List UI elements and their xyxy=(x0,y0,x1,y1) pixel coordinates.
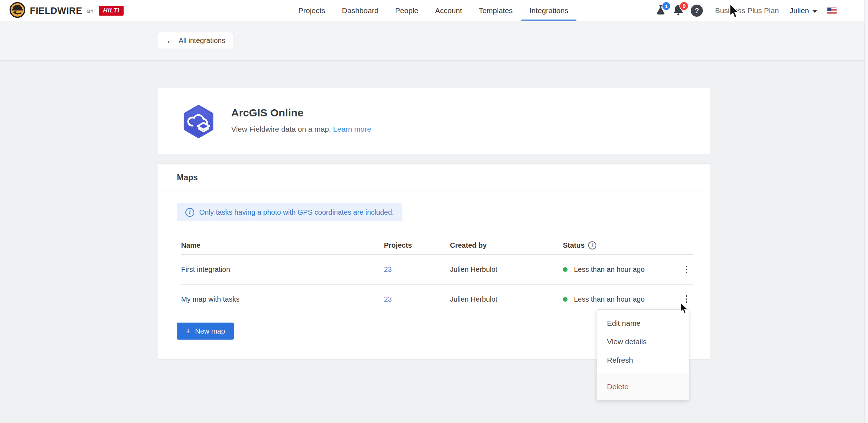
status-text: Less than an hour ago xyxy=(574,265,645,274)
chevron-down-icon xyxy=(812,10,817,13)
new-map-button[interactable]: + New map xyxy=(177,323,234,340)
menu-item-view-details[interactable]: View details xyxy=(597,333,689,351)
brand-name: FIELDWIRE xyxy=(30,5,82,16)
status-cell: Less than an hour ago xyxy=(563,295,680,303)
tab-projects[interactable]: Projects xyxy=(298,0,325,21)
maps-table: Name Projects Created by Status i First … xyxy=(181,236,693,314)
integration-title: ArcGIS Online xyxy=(231,107,303,119)
main-nav: Projects Dashboard People Account Templa… xyxy=(298,0,568,21)
notifications-button[interactable]: 9 xyxy=(673,4,684,17)
created-by: Julien Herbulot xyxy=(450,295,563,303)
status-cell: Less than an hour ago xyxy=(563,265,680,274)
tab-account[interactable]: Account xyxy=(435,0,462,21)
learn-more-link[interactable]: Learn more xyxy=(333,125,371,133)
main-content: ArcGIS Online View Fieldwire data on a m… xyxy=(0,61,868,423)
plus-icon: + xyxy=(185,326,191,335)
status-dot xyxy=(563,267,568,272)
map-name: First integration xyxy=(181,265,384,274)
menu-item-refresh[interactable]: Refresh xyxy=(597,351,689,369)
column-header-projects: Projects xyxy=(384,241,450,249)
arcgis-card: ArcGIS Online View Fieldwire data on a m… xyxy=(158,88,710,154)
user-menu[interactable]: Julien xyxy=(790,6,817,15)
tab-dashboard[interactable]: Dashboard xyxy=(342,0,379,21)
kebab-menu-icon[interactable] xyxy=(680,293,693,305)
kebab-menu-icon[interactable] xyxy=(680,264,693,276)
tab-people[interactable]: People xyxy=(395,0,418,21)
new-map-label: New map xyxy=(195,327,225,335)
scrollbar[interactable] xyxy=(864,0,868,423)
tab-integrations[interactable]: Integrations xyxy=(530,0,569,21)
column-header-name: Name xyxy=(181,241,384,249)
page: FIELDWIRE BY HILTI Projects Dashboard Pe… xyxy=(0,0,868,423)
table-header-row: Name Projects Created by Status i xyxy=(181,236,693,255)
back-arrow-icon: ← xyxy=(166,36,174,45)
menu-item-delete[interactable]: Delete xyxy=(597,373,689,400)
arcgis-icon xyxy=(183,105,214,140)
status-dot xyxy=(563,297,568,302)
integration-description-text: View Fieldwire data on a map. xyxy=(231,125,331,133)
hilti-logo: HILTI xyxy=(99,6,124,16)
gps-notice-banner: i Only tasks having a photo with GPS coo… xyxy=(177,203,402,221)
column-header-created-by: Created by xyxy=(450,241,563,249)
flask-badge: 1 xyxy=(662,1,671,11)
status-text: Less than an hour ago xyxy=(574,295,645,303)
brand[interactable]: FIELDWIRE BY HILTI xyxy=(9,0,124,21)
maps-section-title: Maps xyxy=(158,164,710,192)
created-by: Julien Herbulot xyxy=(450,265,563,274)
row-context-menu: Edit name View details Refresh Delete xyxy=(597,309,689,400)
integration-description: View Fieldwire data on a map. Learn more xyxy=(231,125,371,133)
top-bar-right: 1 9 ? Business Plus Plan Julien xyxy=(655,0,837,21)
help-icon[interactable]: ? xyxy=(691,5,703,17)
sub-header: ← All integrations xyxy=(0,21,868,61)
projects-count-link[interactable]: 23 xyxy=(384,265,450,274)
fieldwire-logo-icon xyxy=(9,2,26,20)
labs-flask-button[interactable]: 1 xyxy=(655,4,666,17)
back-button-label: All integrations xyxy=(179,37,225,45)
tab-templates[interactable]: Templates xyxy=(479,0,513,21)
all-integrations-back-button[interactable]: ← All integrations xyxy=(158,32,233,49)
top-bar: FIELDWIRE BY HILTI Projects Dashboard Pe… xyxy=(0,0,868,21)
user-name: Julien xyxy=(790,6,809,15)
status-header-label: Status xyxy=(563,241,585,249)
brand-by-label: BY xyxy=(87,9,94,14)
map-name: My map with tasks xyxy=(181,295,384,303)
info-icon: i xyxy=(185,208,194,217)
gps-notice-text: Only tasks having a photo with GPS coord… xyxy=(199,208,394,216)
bell-badge: 9 xyxy=(679,1,689,11)
plan-label: Business Plus Plan xyxy=(715,6,779,15)
projects-count-link[interactable]: 23 xyxy=(384,295,450,303)
menu-item-edit-name[interactable]: Edit name xyxy=(597,314,689,333)
status-info-icon[interactable]: i xyxy=(588,241,596,249)
us-flag-icon[interactable] xyxy=(827,7,837,14)
column-header-status: Status i xyxy=(563,241,680,249)
table-row: First integration 23 Julien Herbulot Les… xyxy=(181,255,693,284)
